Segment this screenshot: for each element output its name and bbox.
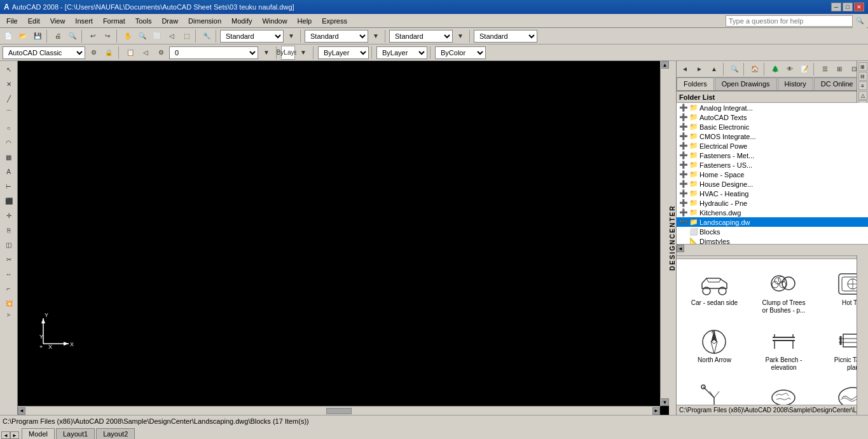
tb-print[interactable]: 🖨 xyxy=(51,29,65,43)
tb-undo[interactable]: ↩ xyxy=(86,29,100,43)
dc-back[interactable]: ◄ xyxy=(678,62,692,76)
tb-zoom-window[interactable]: ⬜ xyxy=(150,29,164,43)
dc-view-icons[interactable]: ⊞ xyxy=(832,62,846,76)
tab-scroll-left[interactable]: ◄ xyxy=(1,431,10,439)
tab-layout1[interactable]: Layout1 xyxy=(56,428,95,439)
tb-open[interactable]: 📂 xyxy=(16,29,30,43)
menu-express[interactable]: Express xyxy=(317,16,352,26)
dim-style-dropdown[interactable]: Standard xyxy=(305,30,368,43)
menu-insert[interactable]: Insert xyxy=(70,16,98,26)
rp-btn3[interactable]: ≡ xyxy=(858,81,867,90)
block-stepping-stone[interactable]: Stepping Stone - ... xyxy=(751,379,816,405)
tb-layer-prev[interactable]: ◁ xyxy=(139,46,153,60)
dc-up[interactable]: ▲ xyxy=(707,62,721,76)
lt-copy[interactable]: ⎘ xyxy=(2,223,16,237)
drawing-area[interactable]: Y X + X Y ◄ ► ▲ ▼ xyxy=(18,61,669,415)
tb-new[interactable]: 📄 xyxy=(1,29,15,43)
tb-pan[interactable]: ✋ xyxy=(121,29,135,43)
tb-zoom-prev[interactable]: ◁ xyxy=(165,29,179,43)
h-scrollbar[interactable]: ◄ ► xyxy=(18,406,660,415)
tree-item-electrical[interactable]: ➕ 📁 Electrical Powe xyxy=(677,141,868,151)
menu-help[interactable]: Help xyxy=(293,16,317,26)
dc-search[interactable]: 🔍 xyxy=(727,62,741,76)
block-park-bench[interactable]: Park Bench - elevation xyxy=(751,321,816,375)
workspace-dropdown[interactable]: AutoCAD Classic xyxy=(3,46,85,59)
tab-model[interactable]: Model xyxy=(22,428,55,439)
tree-item-fasteners-us[interactable]: ➕ 📁 Fasteners - US... xyxy=(677,160,868,170)
tb-match-properties[interactable]: 🔧 xyxy=(200,29,214,43)
dc-view-list[interactable]: ☰ xyxy=(818,62,832,76)
tb-dim-down[interactable]: ▼ xyxy=(369,29,383,43)
tb-preview[interactable]: 🔍 xyxy=(65,29,79,43)
plotstyle-dropdown[interactable]: ByColor xyxy=(435,46,486,59)
tb-text-down[interactable]: ▼ xyxy=(284,29,298,43)
tree-item-hvac[interactable]: ➕ 📁 HVAC - Heating xyxy=(677,189,868,198)
tree-item-hydraulic[interactable]: ➕ 📁 Hydraulic - Pne xyxy=(677,198,868,208)
tb-zoom-realtime[interactable]: 🔍 xyxy=(135,29,149,43)
menu-view[interactable]: View xyxy=(45,16,71,26)
help-search-button[interactable]: 🔍 xyxy=(853,14,867,28)
lt-polyline[interactable]: ⌒ xyxy=(2,106,16,120)
tree-item-analog[interactable]: ➕ 📁 Analog Integrat... xyxy=(677,103,868,112)
tree-item-fasteners-met[interactable]: ➕ 📁 Fasteners - Met... xyxy=(677,151,868,160)
block-sprinkler[interactable]: Sprinkler Head - 90 degrees xyxy=(682,379,747,405)
layer-dropdown[interactable]: 0 xyxy=(169,46,258,59)
dc-description[interactable]: 📝 xyxy=(797,62,811,76)
tb-color[interactable]: ByLayer xyxy=(281,46,295,60)
tb-save[interactable]: 💾 xyxy=(31,29,45,43)
rp-btn4[interactable]: △ xyxy=(858,91,867,100)
lt-offset[interactable]: ◫ xyxy=(2,238,16,252)
menu-modify[interactable]: Modify xyxy=(226,16,257,26)
tree-item-autocad-texts[interactable]: ➕ 📁 AutoCAD Texts xyxy=(677,112,868,122)
rp-btn2[interactable]: ⊟ xyxy=(858,72,867,81)
lt-line[interactable]: ╱ xyxy=(2,91,16,105)
menu-window[interactable]: Window xyxy=(257,16,292,26)
tree-item-kitchens[interactable]: ➕ 📁 Kitchens.dwg xyxy=(677,208,868,217)
tb-layer-state[interactable]: 📋 xyxy=(123,46,137,60)
dc-preview[interactable]: 👁 xyxy=(783,62,797,76)
dc-forward[interactable]: ► xyxy=(692,62,706,76)
lt-erase[interactable]: ✕ xyxy=(2,77,16,91)
menu-tools[interactable]: Tools xyxy=(130,16,157,26)
menu-dimension[interactable]: Dimension xyxy=(183,16,226,26)
tree-item-house[interactable]: ➕ 📁 House Designe... xyxy=(677,179,868,189)
menu-file[interactable]: File xyxy=(1,16,23,26)
tb-redo[interactable]: ↪ xyxy=(100,29,114,43)
menu-format[interactable]: Format xyxy=(98,16,130,26)
tb-layer-settings[interactable]: ⚙ xyxy=(154,46,168,60)
tab-dc-online[interactable]: DC Online xyxy=(814,78,860,90)
dc-home[interactable]: 🏠 xyxy=(748,62,762,76)
menu-edit[interactable]: Edit xyxy=(23,16,45,26)
tb-plot-down[interactable]: ▼ xyxy=(453,29,467,43)
tab-folders[interactable]: Folders xyxy=(677,78,714,90)
menu-draw[interactable]: Draw xyxy=(156,16,183,26)
text-style-dropdown[interactable]: Standard xyxy=(220,30,284,43)
lt-extend[interactable]: ↔ xyxy=(2,267,16,281)
linetype-dropdown[interactable]: ByLayer xyxy=(318,46,369,59)
tb-color-btn[interactable]: ▼ xyxy=(296,46,310,60)
table-style-dropdown[interactable]: Standard xyxy=(474,30,537,43)
tree-item-blocks[interactable]: ⬜ Blocks xyxy=(677,227,868,236)
workspace-settings[interactable]: ⚙ xyxy=(86,46,100,60)
lt-select[interactable]: ↖ xyxy=(2,62,16,76)
lt-text[interactable]: A xyxy=(2,165,16,179)
close-button[interactable]: ✕ xyxy=(854,3,864,11)
minimize-button[interactable]: ─ xyxy=(831,3,841,11)
tree-item-home-space[interactable]: ➕ 📁 Home - Space xyxy=(677,170,868,179)
tree-item-cmos[interactable]: ➕ 📁 CMOS Integrate... xyxy=(677,132,868,141)
tb-zoom-extents[interactable]: ⬚ xyxy=(179,29,193,43)
lt-arc[interactable]: ◠ xyxy=(2,135,16,149)
tree-h-scrollbar[interactable]: ◄ ► xyxy=(677,244,868,253)
plot-style-dropdown[interactable]: Standard xyxy=(389,30,453,43)
tree-item-landscaping[interactable]: ➖ 📁 Landscaping.dw xyxy=(677,217,868,227)
lt-hatch[interactable]: ▦ xyxy=(2,150,16,164)
lt-trim[interactable]: ✂ xyxy=(2,252,16,266)
layer-dropdown-btn[interactable]: ▼ xyxy=(259,46,273,60)
tab-open-drawings[interactable]: Open Drawings xyxy=(715,78,777,90)
lt-circle[interactable]: ○ xyxy=(2,121,16,135)
tb-lock[interactable]: 🔒 xyxy=(102,46,116,60)
tab-history[interactable]: History xyxy=(778,78,813,90)
lt-explode[interactable]: 💥 xyxy=(2,296,16,310)
block-tree-clump[interactable]: Clump of Trees or Bushes - p... xyxy=(751,264,816,318)
block-car-sedan[interactable]: Car - sedan side xyxy=(682,264,747,318)
